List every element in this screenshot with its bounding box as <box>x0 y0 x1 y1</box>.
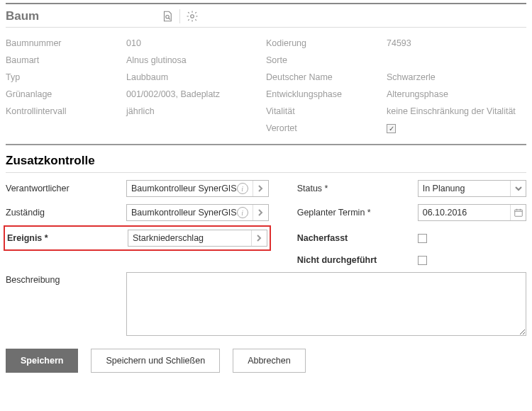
detail-value: keine Einschränkung der Vitalität <box>387 106 516 116</box>
detail-label: Baumnummer <box>6 38 126 48</box>
section-title: Baum <box>6 9 39 23</box>
info-icon[interactable]: i <box>237 183 248 194</box>
row-zustaendig: Zuständig Baumkontrolleur SynerGIS i <box>6 204 269 221</box>
detail-label: Vitalität <box>266 106 387 116</box>
detail-row: Vitalitätkeine Einschränkung der Vitalit… <box>266 103 526 120</box>
document-search-icon[interactable] <box>160 9 175 24</box>
detail-row: Sorte <box>266 52 526 69</box>
detail-label: Baumart <box>6 55 126 65</box>
label-zustaendig: Zuständig <box>6 208 126 218</box>
detail-value: Alterungsphase <box>387 89 448 99</box>
svg-point-1 <box>191 15 194 18</box>
row-beschreibung: Beschreibung <box>6 272 526 336</box>
row-nicht-durchgefuehrt: Nicht durchgeführt <box>297 255 526 265</box>
cancel-button[interactable]: Abbrechen <box>233 349 305 373</box>
detail-row: EntwicklungsphaseAlterungsphase <box>266 86 526 103</box>
svg-rect-2 <box>514 210 522 216</box>
row-termin: Geplanter Termin * 06.10.2016 <box>297 204 526 221</box>
label-termin: Geplanter Termin * <box>297 208 418 218</box>
detail-row: Deutscher NameSchwarzerle <box>266 69 526 86</box>
row-ereignis-highlighted: Ereignis * Starkniederschlag <box>4 225 271 251</box>
detail-value <box>387 123 396 133</box>
detail-label: Deutscher Name <box>266 72 387 82</box>
detail-value: 74593 <box>387 38 411 48</box>
detail-row: Baumnummer010 <box>6 35 266 52</box>
select-value: In Planung <box>423 184 507 193</box>
info-icon[interactable]: i <box>237 207 248 218</box>
chevron-right-icon[interactable] <box>253 181 268 196</box>
detail-value: jährlich <box>126 106 155 116</box>
detail-label: Typ <box>6 72 126 82</box>
action-bar: Speichern Speichern und Schließen Abbrec… <box>6 349 526 373</box>
picker-value: Baumkontrolleur SynerGIS <box>131 184 237 193</box>
picker-ereignis[interactable]: Starkniederschlag <box>128 230 267 247</box>
section-title-zusatzkontrolle: Zusatzkontrolle <box>6 154 526 168</box>
detail-row: Kodierung74593 <box>266 35 526 52</box>
label-beschreibung: Beschreibung <box>6 272 126 336</box>
textarea-beschreibung[interactable] <box>126 272 526 336</box>
detail-value: 010 <box>126 38 141 48</box>
details-grid: Baumnummer010BaumartAlnus glutinosaTypLa… <box>6 28 526 145</box>
form-zusatzkontrolle: Verantwortlicher Baumkontrolleur SynerGI… <box>6 172 526 336</box>
detail-value: Schwarzerle <box>387 72 436 82</box>
save-button[interactable]: Speichern <box>6 349 78 373</box>
date-input-termin[interactable]: 06.10.2016 <box>418 204 526 221</box>
detail-value: 001/002/003, Badeplatz <box>126 89 220 99</box>
select-status[interactable]: In Planung <box>418 180 526 197</box>
detail-label: Verortet <box>266 123 387 133</box>
detail-value: Alnus glutinosa <box>126 55 187 65</box>
detail-row: Grünanlage001/002/003, Badeplatz <box>6 86 266 103</box>
toolbar-separator <box>179 9 180 23</box>
row-nacherfasst: Nacherfasst <box>297 228 526 248</box>
picker-verantwortlicher[interactable]: Baumkontrolleur SynerGIS i <box>126 180 269 197</box>
label-verantwortlicher: Verantwortlicher <box>6 184 126 193</box>
checkbox-readonly-checked <box>387 124 396 133</box>
label-nacherfasst: Nacherfasst <box>297 233 418 243</box>
detail-label: Entwicklungsphase <box>266 89 387 99</box>
checkbox-nacherfasst[interactable] <box>418 234 427 243</box>
picker-value: Starkniederschlag <box>133 233 248 243</box>
detail-row: TypLaubbaum <box>6 69 266 86</box>
detail-label: Grünanlage <box>6 89 126 99</box>
detail-label: Sorte <box>266 55 387 65</box>
picker-zustaendig[interactable]: Baumkontrolleur SynerGIS i <box>126 204 269 221</box>
chevron-right-icon[interactable] <box>251 230 267 246</box>
section-header-baum: Baum <box>6 4 526 28</box>
detail-row: Verortet <box>266 120 526 137</box>
gear-icon[interactable] <box>184 9 200 24</box>
detail-row: Kontrollintervalljährlich <box>6 103 266 120</box>
save-close-button[interactable]: Speichern und Schließen <box>91 349 220 373</box>
detail-row: BaumartAlnus glutinosa <box>6 52 266 69</box>
calendar-icon[interactable] <box>510 205 526 220</box>
chevron-down-icon[interactable] <box>510 181 526 196</box>
row-status: Status * In Planung <box>297 180 526 197</box>
date-value: 06.10.2016 <box>423 208 507 218</box>
row-verantwortlicher: Verantwortlicher Baumkontrolleur SynerGI… <box>6 180 269 197</box>
label-nicht-durchgefuehrt: Nicht durchgeführt <box>297 255 418 265</box>
detail-value: Laubbaum <box>126 72 168 82</box>
detail-label: Kodierung <box>266 38 387 48</box>
picker-value: Baumkontrolleur SynerGIS <box>131 208 237 218</box>
label-ereignis: Ereignis * <box>7 233 128 243</box>
detail-label: Kontrollintervall <box>6 106 126 116</box>
checkbox-nicht-durchgefuehrt[interactable] <box>418 256 427 265</box>
label-status: Status * <box>297 184 418 193</box>
chevron-right-icon[interactable] <box>253 205 268 220</box>
